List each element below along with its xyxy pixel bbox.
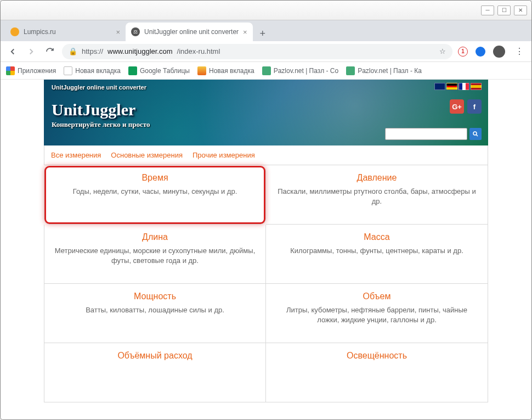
url-host: www.unitjuggler.com (107, 47, 173, 55)
menu-link-basic[interactable]: Основные измерения (111, 151, 183, 159)
bookmark-item[interactable]: Новая вкладка (197, 66, 254, 75)
maximize-button[interactable]: ☐ (497, 5, 511, 15)
bookmark-item[interactable]: Pazlov.net | Пазл - Со (262, 66, 338, 75)
tab-title: Lumpics.ru (24, 28, 56, 36)
page-content: UnitJuggler online unit converter G+ f U… (1, 80, 531, 419)
category-card[interactable]: ДлинаМетрические единицы, морские и сухо… (44, 225, 266, 284)
page-icon (64, 66, 72, 75)
category-card[interactable]: ОбъемЛитры, кубометры, нефтяные баррели,… (266, 284, 488, 343)
bookmark-label: Новая вкладка (209, 67, 254, 75)
sheets-icon (128, 66, 137, 75)
language-flags (434, 83, 482, 90)
site-header: UnitJuggler online unit converter G+ f U… (44, 80, 488, 145)
tab-bar: Lumpics.ru × ⚖ UnitJuggler online unit c… (1, 20, 531, 41)
card-title: Масса (275, 232, 479, 242)
bookmark-item[interactable]: Новая вкладка (64, 66, 121, 75)
svg-point-0 (473, 132, 477, 135)
card-description: Метрические единицы, морские и сухопутны… (53, 246, 257, 266)
card-description: Паскали, миллиметры ртутного столба, бар… (275, 187, 479, 206)
flag-en[interactable] (434, 83, 445, 90)
puzzle-icon (346, 66, 355, 75)
address-bar[interactable]: 🔒 https://www.unitjuggler.com/index-ru.h… (62, 44, 452, 59)
card-description: Годы, недели, сутки, часы, минуты, секун… (53, 187, 257, 197)
favicon-icon (10, 27, 19, 36)
bookmark-label: Pazlov.net | Пазл - Ка (358, 67, 422, 75)
category-grid: ВремяГоды, недели, сутки, часы, минуты, … (44, 165, 488, 402)
lock-icon: 🔒 (69, 47, 77, 55)
flag-fr[interactable] (459, 83, 469, 90)
card-description: Литры, кубометры, нефтяные баррели, пинт… (275, 305, 479, 325)
favicon-icon: ⚖ (131, 27, 140, 36)
card-title: Время (53, 173, 257, 183)
close-window-button[interactable]: ✕ (514, 5, 527, 15)
card-title: Мощность (53, 292, 257, 301)
card-description: Килограммы, тонны, фунты, центнеры, кара… (275, 246, 479, 256)
category-card[interactable]: МощностьВатты, киловатты, лошадиные силы… (44, 284, 266, 343)
menu-icon[interactable]: ⋮ (513, 45, 526, 58)
bookmark-item[interactable]: Pazlov.net | Пазл - Ка (346, 66, 422, 75)
menu-link-other[interactable]: Прочие измерения (193, 151, 255, 159)
card-title: Давление (275, 173, 479, 183)
browser-window: ─ ☐ ✕ Lumpics.ru × ⚖ UnitJuggler online … (0, 0, 532, 420)
category-card[interactable]: Объёмный расход (44, 343, 266, 402)
browser-tab-0[interactable]: Lumpics.ru × (5, 23, 126, 41)
site-container: UnitJuggler online unit converter G+ f U… (44, 80, 488, 402)
profile-avatar[interactable] (493, 46, 505, 58)
search-form (385, 128, 482, 140)
card-title: Освещённость (275, 351, 479, 361)
window-titlebar: ─ ☐ ✕ (1, 1, 531, 20)
browser-tab-1[interactable]: ⚖ UnitJuggler online unit converter × (126, 23, 253, 41)
reload-button[interactable] (43, 45, 56, 58)
bookmark-item[interactable]: Google Таблицы (128, 66, 190, 75)
card-title: Объёмный расход (53, 351, 257, 361)
url-scheme: https:// (82, 47, 103, 55)
close-tab-icon[interactable]: × (116, 28, 120, 36)
tab-title: UnitJuggler online unit converter (144, 28, 239, 36)
extension-icon[interactable] (476, 47, 485, 57)
apps-icon (6, 66, 15, 75)
search-input[interactable] (385, 128, 467, 140)
menu-link-all[interactable]: Все измерения (51, 151, 101, 159)
flag-es[interactable] (471, 83, 482, 90)
back-button[interactable] (6, 45, 19, 58)
card-title: Длина (53, 232, 257, 242)
new-tab-button[interactable]: + (255, 26, 270, 41)
bookmark-apps[interactable]: Приложения (6, 66, 56, 75)
header-subtitle: UnitJuggler online unit converter (52, 84, 480, 91)
minimize-button[interactable]: ─ (481, 5, 494, 15)
bookmark-star-icon[interactable]: ☆ (439, 47, 446, 55)
card-title: Объем (275, 292, 479, 301)
site-logo[interactable]: UnitJuggler (52, 100, 480, 119)
close-tab-icon[interactable]: × (243, 28, 247, 36)
toolbar-right: 1 ⋮ (458, 45, 526, 58)
category-card[interactable]: ДавлениеПаскали, миллиметры ртутного сто… (266, 165, 488, 225)
search-button[interactable] (469, 128, 482, 140)
puzzle-icon (262, 66, 271, 75)
img-icon (197, 66, 206, 75)
bookmark-label: Google Таблицы (140, 67, 190, 75)
url-path: /index-ru.html (177, 47, 220, 55)
card-description: Ватты, киловатты, лошадиные силы и др. (53, 305, 257, 315)
bookmark-label: Новая вкладка (75, 67, 121, 75)
extension-icon[interactable]: 1 (458, 47, 468, 57)
nav-toolbar: 🔒 https://www.unitjuggler.com/index-ru.h… (1, 41, 531, 62)
bookmark-label: Приложения (18, 67, 56, 75)
forward-button[interactable] (25, 45, 38, 58)
bookmarks-bar: Приложения Новая вкладка Google Таблицы … (1, 62, 531, 80)
category-menu: Все измерения Основные измерения Прочие … (44, 145, 488, 165)
flag-de[interactable] (446, 83, 457, 90)
bookmark-label: Pazlov.net | Пазл - Со (274, 67, 338, 75)
category-card[interactable]: ВремяГоды, недели, сутки, часы, минуты, … (44, 165, 266, 225)
category-card[interactable]: МассаКилограммы, тонны, фунты, центнеры,… (266, 225, 488, 284)
category-card[interactable]: Освещённость (266, 343, 488, 402)
